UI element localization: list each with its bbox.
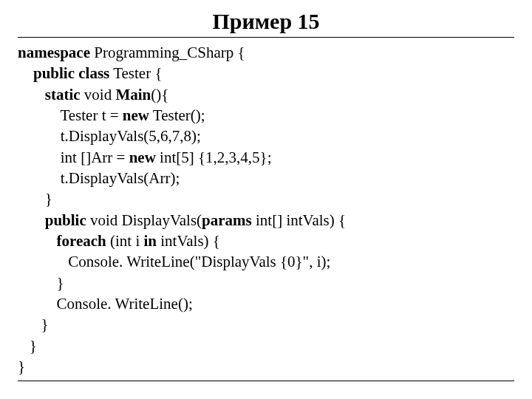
code-line: int []Arr = new int[5] {1,2,3,4,5}; <box>18 149 271 166</box>
code-line: } <box>18 358 25 375</box>
code-block: namespace Programming_CSharp { public cl… <box>18 42 514 378</box>
code-line: } <box>18 274 64 292</box>
divider-top <box>18 37 514 38</box>
code-line: namespace Programming_CSharp { <box>18 44 245 61</box>
code-line: Console. WriteLine("DisplayVals {0}", i)… <box>18 253 330 270</box>
divider-bottom <box>18 381 514 381</box>
slide: Пример 15 namespace Programming_CSharp {… <box>0 0 532 399</box>
code-line: t.DisplayVals(5,6,7,8); <box>18 127 201 145</box>
code-line: t.DisplayVals(Arr); <box>18 169 180 187</box>
code-line: public class Tester { <box>18 64 162 82</box>
code-line: } <box>18 337 37 355</box>
code-line: public void DisplayVals(params int[] int… <box>18 211 346 229</box>
code-line: } <box>18 190 52 208</box>
code-line: } <box>18 316 49 333</box>
slide-title: Пример 15 <box>18 9 514 34</box>
code-line: Console. WriteLine(); <box>18 295 193 313</box>
code-line: foreach (int i in intVals) { <box>18 232 220 250</box>
code-line: Tester t = new Tester(); <box>18 106 205 124</box>
code-line: static void Main(){ <box>18 86 168 103</box>
